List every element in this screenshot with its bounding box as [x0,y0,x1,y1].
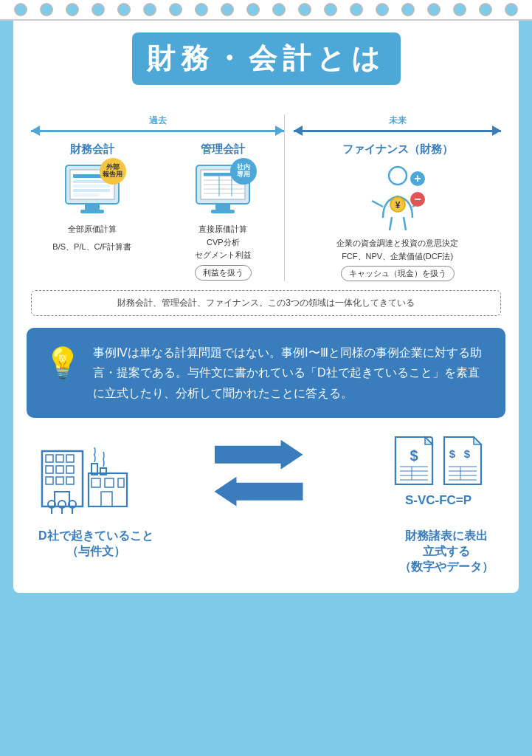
doc-icons: $ $ $ [383,434,494,487]
svg-rect-34 [42,451,83,506]
arrows-middle [215,440,303,506]
hole [14,3,27,16]
hole [479,3,492,16]
page-title: 財務・会計とは [147,43,386,74]
hole [91,3,105,16]
svg-rect-42 [56,477,63,484]
hole [427,3,441,16]
hole [401,3,415,16]
future-label: 未来 [294,114,501,127]
svg-point-23 [389,167,407,185]
svg-text:$: $ [449,447,456,460]
svg-rect-22 [211,210,235,213]
hole [195,3,208,16]
hole [505,3,518,16]
financial-accounting-text: 全部原価計算 B/S、P/L、C/F計算書 [31,223,153,253]
svg-rect-18 [204,173,219,176]
doc-icon-1: $ [393,434,435,487]
company-icons [38,433,134,514]
hole [376,3,389,16]
svg-rect-54 [91,478,100,487]
svg-text:−: − [414,193,421,205]
bulb-icon: 💡 [44,346,81,380]
bottom-labels: D社で起きていること （与件文） 財務諸表に表出 立式する （数字やデータ） [31,529,501,575]
financial-accounting-title: 財務会計 [31,142,153,157]
past-label: 過去 [31,114,284,127]
management-accounting-col: 管理会計 [162,142,285,281]
hole [169,3,182,16]
svg-rect-36 [56,455,63,462]
formula-text: S-VC-FC=P [383,493,494,508]
svg-rect-8 [80,210,104,213]
management-pill: 利益を扱う [195,265,252,281]
svg-rect-55 [105,478,114,487]
svg-rect-7 [85,204,100,210]
hole [66,3,79,16]
title-box: 財務・会計とは [132,32,401,85]
hole [453,3,466,16]
management-accounting-text: 直接原価計算 CVP分析 セグメント利益 [162,223,285,262]
right-bottom-label: 財務諸表に表出 立式する （数字やデータ） [399,529,494,575]
financial-badge: 外部報告用 [100,158,126,185]
left-bottom-label: D社で起きていること （与件文） [38,529,153,575]
management-accounting-title: 管理会計 [162,142,285,157]
finance-text: 企業の資金調達と投資の意思決定 FCF、NPV、企業価値(DCF法) [294,237,501,263]
svg-rect-44 [55,492,69,506]
hole [324,3,337,16]
hole [117,3,131,16]
svg-rect-35 [46,455,53,462]
svg-rect-41 [46,477,53,484]
financial-accounting-col: 財務会計 [31,142,153,281]
hole [246,3,260,16]
past-arrow [31,130,284,132]
docs-section: $ $ $ [383,434,494,512]
hole [143,3,156,16]
past-section: 過去 財務会計 [31,114,284,281]
right-arrow [215,440,303,470]
svg-rect-43 [66,477,74,484]
info-text: 事例Ⅳは単なる計算問題ではない。事例Ⅰ〜Ⅲと同様の事例企業に対する助言・提案であ… [93,343,488,403]
svg-rect-40 [66,466,74,473]
svg-marker-68 [474,437,481,444]
svg-line-26 [390,217,392,230]
company-building-icon [38,433,134,514]
svg-rect-37 [66,455,74,462]
svg-rect-39 [56,466,63,473]
svg-rect-56 [118,478,124,487]
svg-rect-4 [73,185,110,188]
svg-text:$: $ [464,447,471,460]
main-content: 財務・会計とは 過去 財務会計 [13,21,519,593]
hole [272,3,286,16]
hole [298,3,311,16]
svg-rect-5 [73,189,110,192]
finance-title: ファイナンス（財務） [294,142,501,157]
future-arrow [294,130,501,132]
svg-rect-57 [101,492,112,506]
svg-text:+: + [414,172,421,185]
svg-line-27 [404,217,406,230]
note-box: 財務会計、管理会計、ファイナンス。この3つの領域は一体化してきている [31,290,501,316]
finance-figure: ¥ + − [357,162,438,233]
doc-icon-2: $ $ [441,434,484,487]
future-section: 未来 ファイナンス（財務） ¥ [284,114,501,281]
hole [350,3,363,16]
finance-pill: キャッシュ（現金）を扱う [341,266,455,281]
hole [40,3,53,16]
svg-rect-38 [46,466,53,473]
svg-line-24 [372,201,383,207]
info-box: 💡 事例Ⅳは単なる計算問題ではない。事例Ⅰ〜Ⅲと同様の事例企業に対する助言・提案… [27,328,505,418]
top-section: 過去 財務会計 [31,114,501,281]
hole [221,3,234,16]
note-text: 財務会計、管理会計、ファイナンス。この3つの領域は一体化してきている [117,298,415,308]
management-badge: 社内専用 [230,158,257,185]
svg-text:¥: ¥ [395,200,400,210]
svg-text:$: $ [410,447,418,464]
svg-rect-21 [215,204,230,210]
notebook-holes [0,0,532,21]
left-arrow [215,477,303,506]
svg-rect-6 [73,193,100,196]
